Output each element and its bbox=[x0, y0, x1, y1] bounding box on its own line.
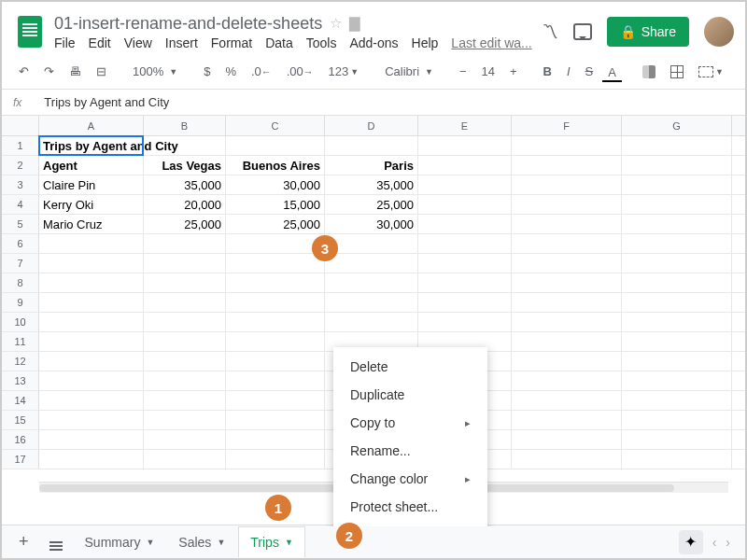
cell[interactable] bbox=[39, 273, 144, 292]
cell[interactable] bbox=[144, 234, 226, 253]
cell[interactable]: Buenos Aires bbox=[226, 156, 325, 175]
star-icon[interactable]: ☆ bbox=[330, 15, 342, 32]
tab-dropdown-icon[interactable]: ▼ bbox=[146, 538, 154, 547]
cell[interactable] bbox=[325, 136, 418, 155]
decrease-decimal-button[interactable]: .0← bbox=[246, 61, 277, 82]
fill-color-button[interactable] bbox=[637, 62, 661, 82]
cell[interactable] bbox=[226, 273, 325, 292]
zoom-select[interactable]: 100%▼ bbox=[127, 61, 183, 82]
cell[interactable]: Claire Pin bbox=[39, 175, 144, 194]
cell[interactable] bbox=[226, 293, 325, 312]
cell[interactable]: Mario Cruz bbox=[39, 215, 144, 233]
col-header-d[interactable]: D bbox=[325, 116, 418, 135]
cell[interactable] bbox=[325, 234, 418, 253]
col-header-f[interactable]: F bbox=[512, 116, 622, 135]
text-color-button[interactable]: A bbox=[602, 62, 622, 82]
cell[interactable] bbox=[226, 391, 325, 410]
row-header[interactable]: 4 bbox=[2, 195, 39, 214]
account-avatar[interactable] bbox=[704, 17, 734, 47]
cell[interactable] bbox=[39, 430, 144, 449]
cell[interactable] bbox=[418, 254, 512, 273]
cell[interactable] bbox=[622, 273, 732, 292]
redo-button[interactable]: ↷ bbox=[38, 61, 60, 82]
cell[interactable] bbox=[39, 352, 144, 371]
cell[interactable]: 20,000 bbox=[144, 195, 226, 214]
add-sheet-button[interactable]: + bbox=[9, 526, 38, 557]
cell[interactable] bbox=[325, 273, 418, 292]
row-header[interactable]: 7 bbox=[2, 254, 39, 273]
cell[interactable] bbox=[622, 430, 732, 449]
cell[interactable] bbox=[226, 450, 325, 469]
cell[interactable] bbox=[418, 136, 512, 155]
cell[interactable] bbox=[622, 234, 732, 253]
cell[interactable] bbox=[512, 175, 622, 194]
cell[interactable] bbox=[226, 332, 325, 351]
cell[interactable] bbox=[39, 293, 144, 312]
cell[interactable] bbox=[512, 430, 622, 449]
cell[interactable] bbox=[622, 352, 732, 371]
row-header[interactable]: 8 bbox=[2, 273, 39, 292]
menu-protect-sheet[interactable]: Protect sheet... bbox=[333, 493, 487, 521]
cell[interactable] bbox=[226, 254, 325, 273]
cell[interactable] bbox=[418, 215, 512, 233]
menu-insert[interactable]: Insert bbox=[165, 35, 198, 50]
row-header[interactable]: 12 bbox=[2, 352, 39, 371]
cell[interactable] bbox=[512, 411, 622, 429]
menu-delete[interactable]: Delete bbox=[333, 353, 487, 381]
row-header[interactable]: 1 bbox=[2, 136, 39, 155]
sheet-tab-summary[interactable]: Summary▼ bbox=[74, 527, 166, 557]
cell[interactable] bbox=[512, 352, 622, 371]
cell[interactable] bbox=[622, 195, 732, 214]
cell[interactable] bbox=[39, 391, 144, 410]
cell[interactable] bbox=[622, 175, 732, 194]
cell[interactable] bbox=[622, 391, 732, 410]
cell[interactable] bbox=[512, 156, 622, 175]
cell[interactable] bbox=[512, 391, 622, 410]
cell[interactable] bbox=[325, 254, 418, 273]
row-header[interactable]: 9 bbox=[2, 293, 39, 312]
cell[interactable] bbox=[512, 215, 622, 233]
row-header[interactable]: 14 bbox=[2, 391, 39, 410]
menu-copy-to[interactable]: Copy to bbox=[333, 409, 487, 437]
move-folder-icon[interactable]: ▇ bbox=[349, 15, 360, 32]
cell[interactable] bbox=[418, 195, 512, 214]
percent-button[interactable]: % bbox=[219, 61, 242, 82]
font-size-decrease[interactable]: − bbox=[454, 61, 472, 82]
bold-button[interactable]: B bbox=[538, 61, 557, 82]
paint-format-button[interactable]: ⊟ bbox=[91, 61, 112, 82]
row-header[interactable]: 5 bbox=[2, 215, 39, 233]
cell[interactable] bbox=[512, 234, 622, 253]
cell[interactable]: 15,000 bbox=[226, 195, 325, 214]
cell[interactable] bbox=[39, 254, 144, 273]
strikethrough-button[interactable]: S bbox=[580, 61, 599, 82]
cell[interactable] bbox=[144, 450, 226, 469]
font-size-input[interactable]: 14 bbox=[476, 61, 500, 82]
cell[interactable] bbox=[226, 352, 325, 371]
cell[interactable] bbox=[418, 293, 512, 312]
cell[interactable]: 25,000 bbox=[144, 215, 226, 233]
row-header[interactable]: 13 bbox=[2, 371, 39, 390]
cell[interactable] bbox=[622, 136, 732, 155]
row-header[interactable]: 16 bbox=[2, 430, 39, 449]
cell[interactable] bbox=[144, 352, 226, 371]
cell[interactable] bbox=[39, 411, 144, 429]
cell[interactable] bbox=[144, 293, 226, 312]
cell[interactable] bbox=[39, 371, 144, 390]
cell[interactable] bbox=[144, 332, 226, 351]
cell[interactable] bbox=[622, 293, 732, 312]
menu-file[interactable]: File bbox=[54, 35, 76, 50]
menu-duplicate[interactable]: Duplicate bbox=[333, 381, 487, 409]
sheets-logo-icon[interactable] bbox=[13, 15, 47, 49]
cell[interactable] bbox=[418, 234, 512, 253]
row-header[interactable]: 3 bbox=[2, 175, 39, 194]
cell[interactable] bbox=[512, 332, 622, 351]
document-title[interactable]: 01-insert-rename-and-delete-sheets bbox=[54, 14, 322, 34]
cell[interactable] bbox=[622, 254, 732, 273]
cell[interactable] bbox=[144, 391, 226, 410]
cell[interactable] bbox=[622, 411, 732, 429]
cell[interactable] bbox=[512, 195, 622, 214]
row-header[interactable]: 10 bbox=[2, 313, 39, 331]
cell[interactable] bbox=[622, 156, 732, 175]
formula-input[interactable]: Trips by Agent and City bbox=[44, 95, 169, 109]
tab-nav-left-icon[interactable]: ‹ bbox=[712, 535, 717, 550]
